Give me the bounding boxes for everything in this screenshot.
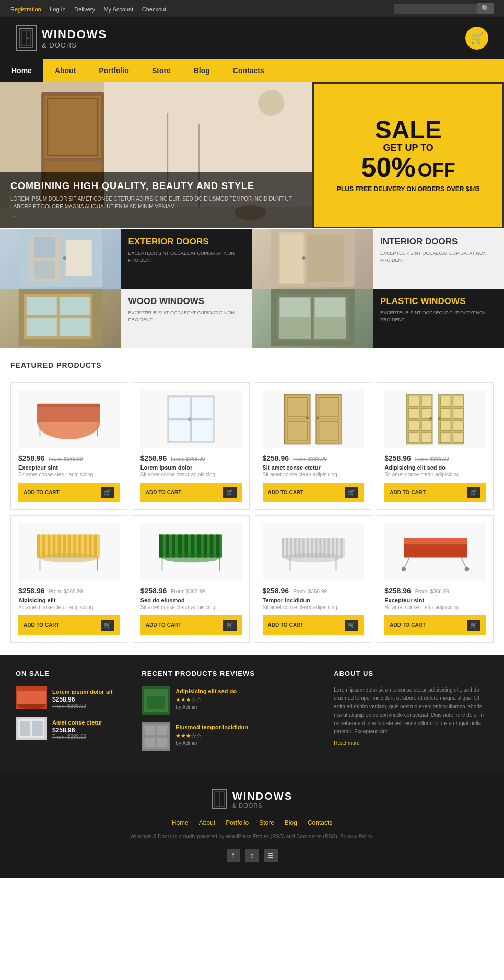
footer-nav-contacts[interactable]: Contacts: [308, 819, 332, 826]
add-to-cart-button-0[interactable]: ADD TO CART 🛒: [18, 483, 120, 502]
facebook-icon[interactable]: f: [227, 849, 240, 862]
hero-read-more[interactable]: →: [10, 213, 16, 219]
on-sale-item-1: Lorem ipsum dolor sit $258.96 From: $368…: [16, 686, 126, 709]
product-img-5: [140, 523, 242, 580]
svg-rect-26: [307, 235, 344, 282]
search-input[interactable]: [394, 4, 477, 14]
on-sale-price-1: $258.96: [52, 696, 113, 703]
link-registration[interactable]: Registration: [10, 6, 41, 13]
nav-blog[interactable]: Blog: [182, 59, 221, 82]
footer-logo: WINDOWS & DOORS: [212, 789, 292, 810]
on-sale-from-1: From: $368.99: [52, 703, 113, 709]
cart-button[interactable]: 🛒: [465, 27, 488, 50]
svg-rect-151: [32, 721, 43, 736]
from-label-6: From:: [293, 589, 307, 594]
product-card-1: $258.96 From: $368.99 Lorem ipsum dolor …: [133, 382, 250, 510]
review-link-2[interactable]: Eiusmod tempor incididun: [175, 724, 248, 730]
add-to-cart-button-2[interactable]: ADD TO CART 🛒: [263, 483, 364, 502]
category-wood-windows[interactable]: WOOD WINDOWS EXCEPTEUR SINT OCCAECAT CUP…: [0, 289, 252, 348]
twitter-icon[interactable]: t: [245, 849, 259, 862]
current-price-4: $258.96: [18, 587, 45, 595]
cart-btn-icon-5: 🛒: [223, 620, 237, 631]
cat-info-exterior: EXTERIOR DOORS EXCEPTEUR SINT OCCAECAT C…: [121, 229, 252, 289]
add-to-cart-button-3[interactable]: ADD TO CART 🛒: [384, 483, 486, 502]
footer-nav-portfolio[interactable]: Portfolio: [226, 819, 249, 826]
svg-rect-83: [440, 432, 451, 442]
svg-rect-105: [159, 534, 163, 557]
footer-nav: Home About Portfolio Store Blog Contacts: [172, 819, 332, 826]
featured-title: FEATURED PRODUCTS: [10, 361, 494, 374]
add-to-cart-button-6[interactable]: ADD TO CART 🛒: [263, 615, 364, 635]
reviews-title: RECENT PRODUCTS REVIEWS: [142, 670, 318, 678]
svg-rect-61: [317, 419, 341, 442]
product-price-4: $258.96 From: $368.99: [18, 587, 83, 595]
review-info-1: Adipisicing elit sed do ★★★☆☆ by Admin: [175, 686, 237, 710]
product-card-6: $258.96 From: $368.99 Tempor incididun S…: [255, 515, 372, 643]
old-price-5: From: $368.99: [171, 589, 205, 594]
link-my-account[interactable]: My Account: [103, 6, 133, 13]
product-price-7: $258.96 From: $368.99: [384, 587, 449, 595]
cart-icon: 🛒: [471, 32, 484, 44]
svg-rect-98: [89, 534, 92, 557]
cat-name-exterior: EXTERIOR DOORS: [128, 237, 245, 247]
on-sale-col: ON SALE Lorem ipsum dolor sit $258.96 Fr…: [16, 670, 126, 758]
cat-desc-wood: EXCEPTEUR SINT OCCAECAT CUPIDATAT NON PR…: [128, 310, 245, 323]
cart-btn-icon-7: 🛒: [467, 620, 480, 631]
svg-point-64: [316, 416, 319, 419]
review-link-1[interactable]: Adipisicing elit sed do: [175, 688, 237, 694]
logo-icon: [16, 25, 37, 51]
nav-about[interactable]: About: [43, 59, 87, 82]
add-to-cart-label-3: ADD TO CART: [390, 489, 426, 495]
top-bar-search: 🔍: [394, 3, 494, 14]
product-price-0: $258.96 From: $368.99: [18, 454, 83, 462]
footer-nav-about[interactable]: About: [199, 819, 215, 826]
link-checkout[interactable]: Checkout: [142, 6, 166, 13]
footer-nav-home[interactable]: Home: [172, 819, 189, 826]
add-to-cart-button-1[interactable]: ADD TO CART 🛒: [140, 483, 242, 502]
product-desc-1: Sit amet conse ctetur adipisicing: [140, 472, 215, 477]
old-price-2: From: $368.99: [293, 456, 327, 462]
link-delivery[interactable]: Delivery: [74, 6, 95, 13]
old-price-0: From: $368.99: [49, 456, 83, 462]
on-sale-link-2[interactable]: Amet conse ctetur: [52, 719, 102, 726]
nav-contacts[interactable]: Contacts: [221, 59, 276, 82]
cart-btn-icon-2: 🛒: [345, 487, 358, 498]
link-login[interactable]: Log In: [50, 6, 66, 13]
footer-nav-blog[interactable]: Blog: [285, 819, 297, 826]
category-exterior-doors[interactable]: EXTERIOR DOORS EXCEPTEUR SINT OCCAECAT C…: [0, 229, 252, 289]
hero-section: COMBINING HIGH QUALITY, BEAUTY AND STYLE…: [0, 82, 504, 228]
add-to-cart-button-5[interactable]: ADD TO CART 🛒: [140, 615, 242, 635]
category-interior-doors[interactable]: INTERIOR DOORS EXCEPTEUR SINT OCCAECAT C…: [252, 229, 505, 289]
add-to-cart-label-7: ADD TO CART: [390, 622, 426, 628]
on-sale-link-1[interactable]: Lorem ipsum dolor sit: [52, 689, 113, 695]
svg-rect-20: [34, 261, 55, 279]
sale-off: OFF: [418, 159, 455, 181]
svg-point-102: [39, 553, 99, 562]
svg-rect-55: [286, 419, 309, 442]
footer-nav-store[interactable]: Store: [259, 819, 274, 826]
read-more-link[interactable]: Read more: [334, 740, 488, 746]
cat-name-plastic: PLASTIC WINDOWS: [380, 296, 497, 307]
add-to-cart-button-4[interactable]: ADD TO CART 🛒: [18, 615, 120, 635]
svg-point-15: [258, 90, 284, 116]
category-plastic-windows[interactable]: PLASTIC WINDOWS EXCEPTEUR SINT OCCAECAT …: [252, 289, 505, 348]
nav-home[interactable]: Home: [0, 59, 43, 82]
rss-icon[interactable]: ☰: [264, 849, 278, 862]
product-desc-0: Sit amet conse ctetur adipisicing: [18, 472, 93, 477]
svg-rect-88: [37, 534, 40, 557]
nav-portfolio[interactable]: Portfolio: [87, 59, 140, 82]
cat-desc-interior: EXCEPTEUR SINT OCCAECAT CUPIDATAT NON PR…: [380, 250, 497, 263]
search-button[interactable]: 🔍: [477, 3, 494, 14]
hero-sale: SALE GET UP TO 50% OFF PLUS FREE DELIVER…: [312, 82, 504, 228]
add-to-cart-button-7[interactable]: ADD TO CART 🛒: [384, 615, 486, 635]
products-grid: $258.96 From: $368.99 Excepteur sint Sit…: [10, 382, 494, 643]
footer-brand-sub: & DOORS: [232, 802, 292, 809]
add-to-cart-label-2: ADD TO CART: [268, 489, 304, 495]
logo: WINDOWS & DOORS: [16, 25, 107, 51]
svg-rect-78: [453, 396, 463, 406]
review-by-1: by Admin: [175, 704, 237, 710]
nav-store[interactable]: Store: [140, 59, 182, 82]
from-label-5: From:: [171, 589, 184, 594]
product-desc-2: Sit amet conse ctetur adipisicing: [263, 472, 337, 477]
add-to-cart-label-5: ADD TO CART: [146, 622, 182, 628]
